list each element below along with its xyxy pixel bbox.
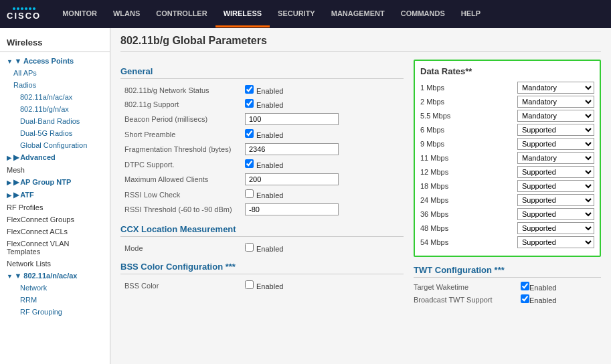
checkbox-mode[interactable] — [245, 243, 254, 252]
nav-item-controller[interactable]: CONTROLLER — [148, 1, 215, 25]
form-input-cell[interactable] — [241, 111, 404, 127]
text-input-fragmentation-t[interactable] — [245, 143, 339, 155]
data-rate-select-24Mbps[interactable]: MandatorySupportedDisabled — [517, 194, 594, 206]
main-content: 802.11b/g Global Parameters General 802.… — [110, 28, 611, 364]
nav-item-commands[interactable]: COMMANDS — [393, 1, 453, 25]
data-rate-row: 36 MbpsMandatorySupportedDisabled — [420, 208, 594, 220]
data-rates-container: 1 MbpsMandatorySupportedDisabled2 MbpsMa… — [420, 82, 594, 248]
text-input-maximum-allowed[interactable] — [245, 173, 339, 185]
sidebar-item-flexconnect-groups[interactable]: FlexConnect Groups — [0, 213, 110, 225]
sidebar-item-8021a[interactable]: ▼ 802.11a/n/ac/ax — [0, 270, 110, 282]
text-input-rssi-threshold-[interactable] — [245, 203, 339, 215]
twt-checkbox-target-waketime[interactable] — [521, 282, 529, 290]
data-rate-select-2Mbps[interactable]: MandatorySupportedDisabled — [517, 96, 594, 108]
data-rate-label: 18 Mbps — [420, 182, 467, 190]
data-rate-select-11Mbps[interactable]: MandatorySupportedDisabled — [517, 152, 594, 164]
data-rate-select-36Mbps[interactable]: MandatorySupportedDisabled — [517, 208, 594, 220]
data-rate-select-1Mbps[interactable]: MandatorySupportedDisabled — [517, 82, 594, 94]
nav-item-monitor[interactable]: MONITOR — [54, 1, 105, 25]
data-rate-row: 6 MbpsMandatorySupportedDisabled — [420, 124, 594, 136]
sidebar-item-advanced[interactable]: ▶ Advanced — [0, 151, 110, 164]
cisco-dots-icon — [13, 7, 35, 10]
sidebar-item-rf-grouping[interactable]: RF Grouping — [0, 306, 110, 318]
sidebar-item-mesh[interactable]: Mesh — [0, 164, 110, 176]
sidebar-item-atf[interactable]: ▶ ATF — [0, 189, 110, 201]
bss-form-table: BSS ColorEnabled — [120, 278, 404, 292]
data-rate-row: 24 MbpsMandatorySupportedDisabled — [420, 194, 594, 206]
data-rate-row: 48 MbpsMandatorySupportedDisabled — [420, 222, 594, 234]
twt-row: Broadcast TWT SupportEnabled — [414, 294, 601, 304]
form-row-rssi-threshold-(-60-: RSSI Threshold (-60 to -90 dBm) — [120, 201, 404, 217]
form-input-cell[interactable]: Enabled — [241, 157, 404, 171]
checkbox-rssi-low-check[interactable] — [245, 189, 254, 198]
data-rate-label: 9 Mbps — [420, 140, 467, 148]
checkbox-bss-color[interactable] — [245, 280, 254, 289]
form-row-dtpc-support.: DTPC Support.Enabled — [120, 157, 404, 171]
checkbox-label: Enabled — [245, 87, 283, 95]
form-input-cell[interactable] — [241, 171, 404, 187]
sidebar-item-radio-b[interactable]: 802.11b/g/n/ax — [0, 103, 110, 115]
form-input-cell[interactable]: Enabled — [241, 127, 404, 141]
data-rate-select-12Mbps[interactable]: MandatorySupportedDisabled — [517, 166, 594, 178]
sidebar-item-access-points[interactable]: ▼ Access Points — [0, 55, 110, 67]
sidebar-item-rf-profiles[interactable]: RF Profiles — [0, 201, 110, 213]
nav-item-management[interactable]: MANAGEMENT — [323, 1, 393, 25]
sidebar-item-flexconnect-acls[interactable]: FlexConnect ACLs — [0, 225, 110, 238]
form-row-bss-color: BSS ColorEnabled — [120, 278, 404, 292]
data-rate-select-9Mbps[interactable]: MandatorySupportedDisabled — [517, 138, 594, 150]
form-label: RSSI Low Check — [120, 187, 241, 201]
checkbox-802.11b/g-netwo[interactable] — [245, 85, 254, 94]
checkbox-802.11g-support[interactable] — [245, 99, 254, 108]
sidebar-item-rrm[interactable]: RRM — [0, 294, 110, 306]
form-input-cell[interactable] — [241, 141, 404, 157]
cisco-logo-text: CISCO — [7, 11, 41, 21]
text-input-beacon-period-([interactable] — [245, 113, 339, 125]
checkbox-label: Enabled — [245, 191, 283, 199]
sidebar-item-network[interactable]: Network — [0, 282, 110, 294]
data-rate-label: 6 Mbps — [420, 126, 467, 134]
data-rate-select-55Mbps[interactable]: MandatorySupportedDisabled — [517, 110, 594, 122]
data-rate-select-6Mbps[interactable]: MandatorySupportedDisabled — [517, 124, 594, 136]
form-input-cell[interactable] — [241, 201, 404, 217]
data-rate-label: 2 Mbps — [420, 98, 467, 106]
sidebar-item-ap-group-ntp[interactable]: ▶ AP Group NTP — [0, 176, 110, 189]
sidebar-item-flexconnect-vlan[interactable]: FlexConnect VLAN Templates — [0, 238, 110, 258]
sidebar-item-dual-band[interactable]: Dual-Band Radios — [0, 115, 110, 127]
sidebar-item-all-aps[interactable]: All APs — [0, 67, 110, 79]
nav-item-help[interactable]: HELP — [453, 1, 489, 25]
sidebar-item-dual-5g[interactable]: Dual-5G Radios — [0, 127, 110, 139]
sidebar: Wireless ▼ Access PointsAll APsRadios802… — [0, 28, 110, 364]
twt-checkbox-broadcast-twt-s[interactable] — [521, 294, 529, 303]
form-input-cell[interactable]: Enabled — [241, 97, 404, 111]
checkbox-label: Enabled — [245, 161, 283, 169]
data-rate-row: 54 MbpsMandatorySupportedDisabled — [420, 236, 594, 248]
form-row-802.11b/g-network-st: 802.11b/g Network StatusEnabled — [120, 83, 404, 97]
data-rate-select-54Mbps[interactable]: MandatorySupportedDisabled — [517, 236, 594, 248]
form-input-cell[interactable]: Enabled — [241, 187, 404, 201]
form-row-short-preamble: Short PreambleEnabled — [120, 127, 404, 141]
data-rate-label: 36 Mbps — [420, 210, 467, 218]
sidebar-item-network-lists[interactable]: Network Lists — [0, 258, 110, 270]
form-input-cell[interactable]: Enabled — [241, 241, 404, 255]
sidebar-item-radio-a[interactable]: 802.11a/n/ac/ax — [0, 91, 110, 103]
checkbox-label: Enabled — [245, 282, 283, 290]
ccx-section-title: CCX Location Measurement — [120, 224, 404, 237]
sidebar-item-radios[interactable]: Radios — [0, 79, 110, 91]
checkbox-label: Enabled — [245, 245, 283, 253]
sidebar-item-global-config[interactable]: Global Configuration — [0, 139, 110, 151]
checkbox-short-preamble[interactable] — [245, 129, 254, 138]
data-rate-select-18Mbps[interactable]: MandatorySupportedDisabled — [517, 180, 594, 192]
data-rate-select-48Mbps[interactable]: MandatorySupportedDisabled — [517, 222, 594, 234]
nav-item-security[interactable]: SECURITY — [270, 1, 323, 25]
nav-item-wlans[interactable]: WLANs — [105, 1, 148, 25]
sidebar-title: Wireless — [0, 33, 110, 52]
page-title: 802.11b/g Global Parameters — [120, 35, 601, 52]
form-row-fragmentation-thresh: Fragmentation Threshold (bytes) — [120, 141, 404, 157]
twt-checkbox-label: Enabled — [521, 282, 556, 292]
checkbox-dtpc-support.[interactable] — [245, 159, 254, 168]
form-input-cell[interactable]: Enabled — [241, 83, 404, 97]
top-navigation: CISCO MONITORWLANsCONTROLLERWIRELESSSECU… — [0, 0, 611, 28]
nav-item-wireless[interactable]: WIRELESS — [215, 1, 270, 27]
main-nav: MONITORWLANsCONTROLLERWIRELESSSECURITYMA… — [54, 1, 489, 27]
form-input-cell[interactable]: Enabled — [241, 278, 404, 292]
